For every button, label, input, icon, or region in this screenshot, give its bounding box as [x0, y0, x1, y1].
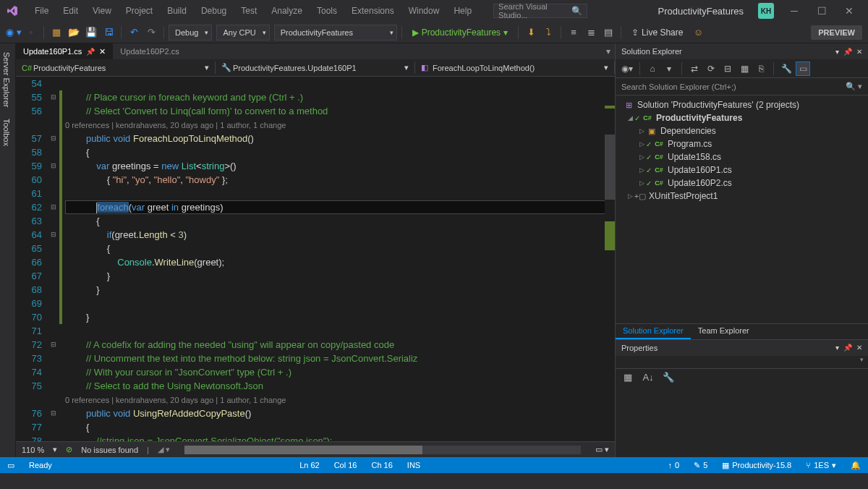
fold-toggle-icon[interactable]: [48, 214, 59, 228]
panel-dropdown-icon[interactable]: ▾: [835, 344, 839, 352]
properties-icon[interactable]: 🔧: [779, 61, 793, 76]
expand-icon[interactable]: ▷: [637, 166, 646, 174]
test-project-node[interactable]: ▷ +▢ XUnitTestProject1: [616, 190, 868, 203]
solution-search-input[interactable]: Search Solution Explorer (Ctrl+;) 🔍 ▾: [616, 78, 868, 95]
fold-toggle-icon[interactable]: [48, 104, 59, 118]
nav-class-combo[interactable]: 🔧 ProductivityFeatures.Update160P1 ▾: [216, 61, 415, 74]
expand-icon[interactable]: ▷: [637, 153, 646, 161]
refresh-icon[interactable]: ⟳: [704, 61, 718, 76]
menu-help[interactable]: Help: [446, 3, 479, 19]
indent-less-icon[interactable]: ≡: [566, 25, 582, 41]
menu-window[interactable]: Window: [401, 3, 447, 19]
menu-test[interactable]: Test: [234, 3, 264, 19]
fold-toggle-icon[interactable]: ⊟: [48, 338, 59, 352]
fold-toggle-icon[interactable]: [48, 187, 59, 200]
editor-options-icon[interactable]: ▭ ▾: [595, 445, 609, 454]
expand-icon[interactable]: ▷: [626, 192, 634, 200]
fold-toggle-icon[interactable]: [48, 297, 59, 310]
step-into-icon[interactable]: ⬇: [523, 25, 539, 41]
panel-close-icon[interactable]: ✕: [856, 344, 862, 352]
fold-toggle-icon[interactable]: [48, 118, 59, 132]
repo-name[interactable]: ⑂ 1ES ▾: [806, 461, 836, 470]
fold-toggle-icon[interactable]: [48, 420, 59, 434]
status-line[interactable]: Ln 62: [299, 461, 320, 469]
comment-icon[interactable]: ▤: [600, 25, 616, 41]
fold-toggle-icon[interactable]: [48, 365, 59, 379]
copy-icon[interactable]: ⎘: [754, 61, 768, 76]
search-visual-studio-input[interactable]: Search Visual Studio... 🔍: [493, 4, 587, 18]
fold-toggle-icon[interactable]: [48, 379, 59, 393]
panel-dropdown-icon[interactable]: ▾: [835, 48, 839, 56]
fold-toggle-icon[interactable]: [48, 173, 59, 187]
panel-pin-icon[interactable]: 📌: [843, 48, 852, 56]
platform-combo[interactable]: Any CPU: [216, 25, 269, 41]
step-over-icon[interactable]: ⤵: [540, 25, 556, 41]
status-char[interactable]: Ch 16: [371, 461, 392, 469]
output-pane-icon[interactable]: ▭: [7, 461, 14, 470]
status-column[interactable]: Col 16: [334, 461, 357, 469]
fold-toggle-icon[interactable]: [48, 352, 59, 365]
fold-toggle-icon[interactable]: ⊟: [48, 90, 59, 104]
menu-extensions[interactable]: Extensions: [344, 3, 401, 19]
vertical-scrollbar[interactable]: [605, 77, 615, 441]
feedback-icon[interactable]: ☺: [690, 25, 706, 41]
publish-status[interactable]: ↑ 0: [668, 461, 680, 469]
alphabetical-icon[interactable]: A↓: [640, 370, 656, 386]
scrollbar-thumb[interactable]: [605, 135, 615, 200]
fold-toggle-icon[interactable]: [48, 77, 59, 90]
expand-icon[interactable]: ◢: [626, 114, 634, 122]
fold-toggle-icon[interactable]: [48, 283, 59, 297]
code-content[interactable]: // Place cursor in foreach keyword and t…: [62, 77, 615, 441]
nav-forward-button[interactable]: ◦: [23, 25, 39, 41]
user-avatar[interactable]: KH: [758, 3, 774, 19]
fold-toggle-icon[interactable]: ⊟: [48, 407, 59, 420]
startup-project-combo[interactable]: ProductivityFeatures: [274, 25, 397, 41]
minimize-button[interactable]: ─: [781, 2, 807, 20]
save-button[interactable]: 💾: [83, 25, 99, 41]
close-tab-icon[interactable]: ✕: [99, 47, 106, 56]
pin-icon[interactable]: 📌: [86, 48, 95, 56]
nav-member-combo[interactable]: ◧ ForeachLoopToLinqMethod() ▾: [415, 61, 615, 74]
categorized-icon[interactable]: ▦: [620, 370, 636, 386]
sol-dropdown-icon[interactable]: ▾: [662, 61, 676, 76]
fold-toggle-icon[interactable]: [48, 310, 59, 324]
zoom-dropdown-icon[interactable]: ▾: [53, 445, 57, 454]
file-node[interactable]: ▷✓C#Update160P2.cs: [616, 177, 868, 190]
maximize-button[interactable]: ☐: [809, 2, 835, 20]
fold-toggle-icon[interactable]: [48, 255, 59, 269]
fold-toggle-icon[interactable]: [48, 434, 59, 441]
save-all-button[interactable]: 🖫: [101, 25, 116, 41]
menu-edit[interactable]: Edit: [56, 3, 85, 19]
code-editor[interactable]: ↕ 54555657585960616263646566676869707172…: [16, 77, 615, 441]
indent-more-icon[interactable]: ≣: [583, 25, 599, 41]
fold-toggle-icon[interactable]: [48, 269, 59, 283]
menu-view[interactable]: View: [85, 3, 119, 19]
show-all-files-icon[interactable]: ▦: [737, 61, 752, 76]
fold-toggle-icon[interactable]: ⊟: [48, 132, 59, 145]
file-tab-update160p1[interactable]: Update160P1.cs 📌 ✕: [16, 43, 113, 59]
team-explorer-tab[interactable]: Team Explorer: [691, 324, 757, 339]
zoom-level[interactable]: 110 %: [22, 446, 44, 454]
fold-toggle-icon[interactable]: ⊟: [48, 159, 59, 173]
menu-tools[interactable]: Tools: [310, 3, 344, 19]
fold-toggle-icon[interactable]: [48, 393, 59, 407]
server-explorer-tab[interactable]: Server Explorer: [0, 46, 15, 113]
file-node[interactable]: ▷✓C#Program.cs: [616, 137, 868, 150]
new-project-button[interactable]: ▦: [48, 25, 64, 41]
menu-project[interactable]: Project: [119, 3, 160, 19]
dependencies-node[interactable]: ▷ ▣ Dependencies: [616, 124, 868, 137]
error-nav-icon[interactable]: ◢ ▾: [158, 445, 170, 454]
sol-back-icon[interactable]: ◉▾: [620, 61, 634, 76]
menu-debug[interactable]: Debug: [194, 3, 234, 19]
solution-root-node[interactable]: ⊞ Solution 'ProductivityFeatures' (2 pro…: [616, 98, 868, 111]
notifications-icon[interactable]: 🔔: [851, 461, 861, 470]
menu-analyze[interactable]: Analyze: [264, 3, 310, 19]
panel-pin-icon[interactable]: 📌: [843, 344, 852, 352]
pending-changes[interactable]: ✎ 5: [694, 461, 707, 470]
toolbox-tab[interactable]: Toolbox: [0, 113, 15, 152]
fold-toggle-icon[interactable]: [48, 145, 59, 159]
branch-name[interactable]: ▦ Productivity-15.8: [722, 461, 791, 470]
start-debug-button[interactable]: ▶ ProductivityFeatures ▾: [407, 26, 514, 39]
horizontal-scrollbar[interactable]: [184, 446, 581, 454]
open-file-button[interactable]: 📂: [66, 25, 82, 41]
